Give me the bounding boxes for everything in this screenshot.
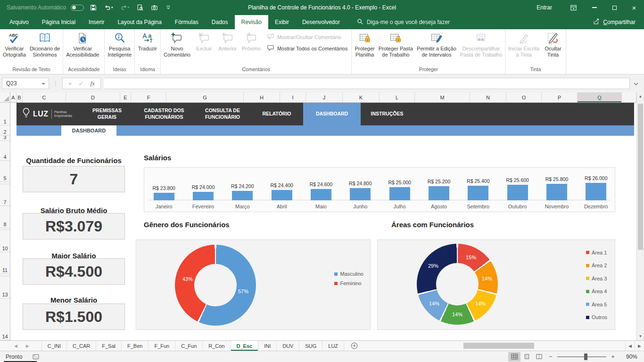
tab-arquivo[interactable]: Arquivo [3, 15, 35, 29]
column-header-l[interactable]: L [380, 92, 415, 102]
minimize-button[interactable] [585, 0, 604, 15]
page-layout-view-icon[interactable] [520, 352, 533, 362]
row-header-4[interactable]: 4 [0, 141, 10, 161]
tab-layout-da-p-gina[interactable]: Layout da Página [111, 15, 168, 29]
new-sheet-button[interactable] [344, 341, 364, 351]
column-header-o[interactable]: O [506, 92, 542, 102]
customize-qat-icon[interactable] [164, 3, 173, 12]
column-header-a[interactable]: A [10, 92, 17, 102]
column-header-n[interactable]: N [470, 92, 506, 102]
tab-f-rmulas[interactable]: Fórmulas [168, 15, 205, 29]
formula-bar-expand-icon[interactable] [630, 79, 642, 88]
ribbon-button-permitir-a-edi-o-de-intervalos[interactable]: Permitir a Edição de Intervalos [415, 31, 458, 58]
ribbon-button-traduzir[interactable]: aTraduzir [136, 31, 159, 52]
sheet-tab-ini[interactable]: INI [258, 341, 277, 351]
column-header-b[interactable]: B [17, 92, 23, 102]
horizontal-scrollbar[interactable]: ◀ ▶ [364, 341, 644, 351]
column-header-e[interactable]: E [120, 92, 131, 102]
scroll-right-icon[interactable]: ▶ [635, 341, 644, 351]
salaries-bar-chart[interactable]: R$ 23.800JaneiroR$ 24.000FevereiroR$ 24.… [144, 167, 615, 212]
tab-revis-o[interactable]: Revisão [235, 15, 268, 29]
column-header-p[interactable]: P [542, 92, 578, 102]
ribbon-button-mostrar-todos-os-coment-rios[interactable]: Mostrar Todos os Comentários [267, 44, 348, 53]
name-box[interactable]: Q23 [2, 78, 49, 89]
sheet-tab-luz[interactable]: LUZ [322, 341, 344, 351]
sheet-tab-sug[interactable]: SUG [299, 341, 322, 351]
column-header-f[interactable]: F [131, 92, 166, 102]
sheet-canvas[interactable]: LUZ Planilhas Empresariais PREMISSAS GER… [10, 103, 636, 340]
column-header-k[interactable]: K [343, 92, 380, 102]
row-header-14[interactable]: 14 [0, 298, 10, 340]
sheet-tab-f-fun[interactable]: F_Fun [149, 341, 175, 351]
formula-input[interactable] [104, 78, 630, 89]
row-header-2[interactable]: 2 [0, 125, 10, 136]
column-header-d[interactable]: D [66, 92, 120, 102]
sheet-prev-icon[interactable]: ◀ [14, 344, 17, 348]
nav-tab-instru-es[interactable]: INSTRUÇÕES [361, 103, 413, 125]
nav-tab-consulta-de-funcion-rio[interactable]: CONSULTA DE FUNCIONÁRIO [195, 103, 250, 125]
restore-button[interactable] [604, 0, 624, 15]
nav-tab-premissas-gerais[interactable]: PREMISSAS GERAIS [81, 103, 133, 125]
nav-tab-relat-rio[interactable]: RELATÓRIO [250, 103, 303, 125]
column-header-m[interactable]: M [415, 92, 470, 102]
sheet-tab-r-con[interactable]: R_Con [203, 341, 231, 351]
ribbon-button-dicion-rio-de-sin-nimos[interactable]: Dicionário de Sinônimos [28, 31, 62, 58]
zoom-slider[interactable] [557, 352, 606, 362]
print-preview-icon[interactable] [135, 3, 145, 12]
zoom-out-button[interactable]: − [545, 353, 556, 360]
tab-exibir[interactable]: Exibir [268, 15, 296, 29]
column-header-j[interactable]: J [306, 92, 343, 102]
column-header-c[interactable]: C [23, 92, 66, 102]
tab-inserir[interactable]: Inserir [82, 15, 111, 29]
reas-com-funcion-rios-chart[interactable]: 15%14%14%14%14%29%Área 1Área 2Área 3Área… [377, 239, 615, 330]
row-header-8[interactable]: 8 [0, 206, 10, 228]
column-header-i[interactable]: I [280, 92, 306, 102]
sheet-tab-f-sal[interactable]: F_Sal [96, 341, 122, 351]
row-header-7[interactable]: 7 [0, 184, 10, 206]
save-icon[interactable] [89, 3, 98, 12]
scroll-left-icon[interactable]: ◀ [625, 341, 635, 351]
ribbon-button-ocultar-tinta[interactable]: Ocultar Tinta [541, 31, 565, 58]
sheet-tab-duv[interactable]: DUV [277, 341, 299, 351]
row-header-10[interactable]: 10 [0, 230, 10, 252]
select-all-corner[interactable] [0, 92, 10, 102]
sheet-tab-d-esc[interactable]: D_Esc [231, 341, 259, 351]
macro-record-icon[interactable] [33, 354, 39, 360]
sheet-tab-f-ben[interactable]: F_Ben [122, 341, 149, 351]
horizontal-scroll-thumb[interactable] [463, 343, 534, 349]
dashboard-page-tab[interactable]: DASHBOARD [61, 125, 116, 136]
ribbon-button-pesquisa-inteligente[interactable]: Pesquisa Inteligente [106, 31, 133, 58]
sign-in-button[interactable]: Entrar [526, 4, 562, 11]
zoom-slider-thumb[interactable] [584, 354, 587, 360]
row-header-13[interactable]: 13 [0, 276, 10, 298]
page-break-view-icon[interactable] [533, 352, 545, 362]
horizontal-scroll-track[interactable] [364, 341, 625, 351]
sheet-next-icon[interactable]: ▶ [26, 344, 29, 348]
ribbon-button-novo-coment-rio[interactable]: Novo Comentário [162, 31, 192, 58]
normal-view-icon[interactable] [508, 352, 520, 362]
ribbon-button-verificar-ortografia[interactable]: ABCVerificar Ortografia [1, 31, 28, 58]
column-header-h[interactable]: H [244, 92, 280, 102]
nav-tab-cadastro-dos-funcion-rios[interactable]: CADASTRO DOS FUNCIONÁRIOS [133, 103, 195, 125]
insert-function-icon[interactable]: fx [91, 80, 95, 87]
ribbon-button-proteger-pasta-de-trabalho[interactable]: Proteger Pasta de Trabalho [377, 31, 415, 58]
camera-icon[interactable] [149, 3, 159, 12]
sheet-tab-c-car[interactable]: C_CAR [67, 341, 96, 351]
ribbon-display-options-icon[interactable] [562, 0, 585, 15]
row-header-1[interactable]: 1 [0, 103, 10, 125]
tab-p-gina-inicial[interactable]: Página Inicial [35, 15, 82, 29]
vertical-scroll-thumb[interactable] [638, 104, 643, 250]
share-button[interactable]: Compartilhar [593, 15, 644, 29]
column-header-g[interactable]: G [166, 92, 244, 102]
ribbon-button-proteger-planilha[interactable]: Proteger Planilha [353, 31, 376, 58]
undo-icon[interactable]: ▾ [103, 3, 115, 12]
sheet-tab-c-fun[interactable]: C_Fun [175, 341, 203, 351]
autosave-toggle[interactable] [71, 5, 84, 11]
tab-dados[interactable]: Dados [205, 15, 235, 29]
nav-tab-dashboard[interactable]: DASHBOARD [303, 103, 361, 125]
tell-me-search[interactable]: Diga-me o que você deseja fazer [357, 15, 450, 29]
row-header-5[interactable]: 5 [0, 161, 10, 182]
ribbon-button-verificar-acessibilidade[interactable]: Verificar Acessibilidade [64, 31, 101, 58]
g-nero-dos-funcion-rios-chart[interactable]: 57%43%MasculinoFeminino [136, 239, 371, 330]
row-header-3[interactable]: 3 [0, 136, 10, 141]
